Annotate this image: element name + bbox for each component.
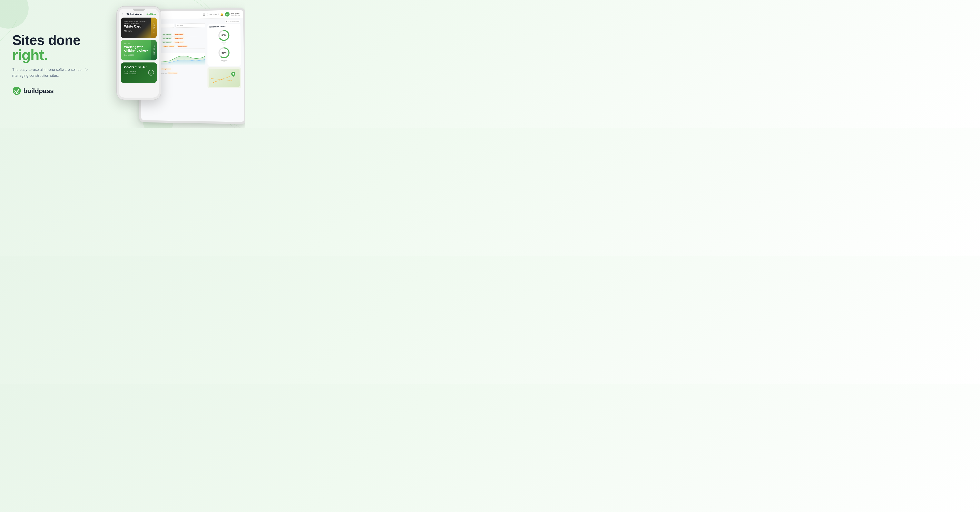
vacc-item-1: 85% Second Job 17/20 (209, 46, 239, 62)
user-avatar: DS (225, 12, 229, 16)
user-info: Dan Smith Smith Homes (231, 13, 240, 16)
vacc-circle-0: 90% (218, 29, 230, 41)
svg-point-8 (232, 73, 234, 75)
white-card-title: White Card (124, 24, 154, 29)
hero-content: Sites done right. The easy-to-use all-in… (12, 33, 98, 95)
logo-text: buildpass (23, 87, 54, 94)
logo-area: buildpass (12, 86, 98, 95)
phone-back-button[interactable]: ‹ (122, 12, 123, 16)
induction-badge-green-0: Site Induction (162, 33, 172, 35)
induction-badge-orange-3: Waiting Review (177, 45, 188, 48)
weather-badge: ☀ 25° Sunny/Cloudy (224, 20, 240, 23)
table-badge-1: Waiting Review (167, 72, 178, 74)
covid-check-icon: ✓ (148, 70, 154, 76)
induction-badge-yellow-3: Company Induction (162, 45, 175, 48)
phone-screen: ‹ Ticket Wallet Add New Construction Ind… (119, 9, 159, 98)
childrens-card-type: Employee (124, 43, 154, 45)
vacc-item-0: 90% First Job 18/20 (209, 29, 239, 45)
phone-cards-list: Construction IndustryInduction Card Whit… (119, 17, 159, 83)
dashboard-right-column: ☀ 25° Sunny/Cloudy Vaccination Status 9 (207, 20, 241, 120)
covid-card[interactable]: COVID First Jab 1000 1234 5678 Valid. 13… (121, 62, 157, 83)
white-card-state-text: VICTORIA (153, 23, 155, 33)
map-placeholder (208, 68, 240, 87)
user-initials: DS (226, 13, 229, 15)
phone-add-new[interactable]: Add New (146, 13, 156, 15)
vacc-sublabel-1: 17/20 (223, 61, 225, 62)
map-section (207, 67, 241, 88)
svg-text:85%: 85% (221, 51, 227, 54)
induction-badge-green-1: Site Induction (162, 37, 172, 40)
induction-badge-orange-1: Waiting Review (173, 37, 185, 39)
buildpass-logo-icon (12, 86, 21, 95)
svg-text:90%: 90% (221, 34, 226, 37)
vacc-circle-1: 85% (218, 46, 230, 59)
headline-line1: Sites done (12, 32, 80, 48)
logo-bold: pass (39, 87, 54, 94)
white-card-type: Construction IndustryInduction Card (124, 21, 154, 24)
white-card-state: VICTORIA (151, 17, 157, 38)
headline-line2: right. (12, 47, 48, 63)
headline: Sites done right. (12, 33, 98, 63)
vacc-sublabel-0: 18/20 (223, 43, 225, 45)
hamburger-icon[interactable]: ☰ (202, 13, 205, 16)
induction-badge-orange-2: Waiting Review (173, 41, 185, 43)
logo-regular: build (23, 87, 39, 94)
subtitle: The easy-to-use all-in-one software solu… (12, 67, 98, 79)
weather-area: ☀ 25° Sunny/Cloudy (207, 20, 240, 23)
induction-badge-green-2: Site Induction (162, 41, 172, 43)
white-card[interactable]: Construction IndustryInduction Card Whit… (121, 17, 157, 38)
childrens-check-card[interactable]: Employee Working with Childrens Check Ex… (121, 40, 157, 60)
take-tour-button[interactable]: Take a tour (207, 13, 219, 16)
svg-line-10 (211, 79, 232, 81)
induction-badge-orange-0: Waiting Review (173, 33, 185, 35)
childrens-card-state: VICTORIA (151, 40, 157, 60)
covid-card-title: COVID First Jab (124, 65, 154, 69)
vaccination-title: Vaccination Status (209, 25, 239, 28)
childrens-card-expiry: Exp. 12/2022 (124, 54, 154, 56)
notification-bell-icon[interactable]: 🔔 (220, 13, 223, 16)
decor-circle-topleft (0, 0, 29, 29)
phone-mockup: ‹ Ticket Wallet Add New Construction Ind… (116, 6, 161, 100)
table-badge-0: Waiting Review (161, 68, 171, 70)
white-card-number: 1234567 (124, 30, 154, 32)
phone-notch (133, 9, 145, 11)
vaccination-status-section: Vaccination Status 90% First Job (207, 24, 241, 66)
phone-wallet-title: Ticket Wallet (127, 13, 143, 16)
childrens-card-title: Working with Childrens Check (124, 45, 154, 52)
end-date-input[interactable] (176, 23, 205, 28)
user-company: Smith Homes (231, 14, 240, 16)
dashboard-nav-right: ☰ Take a tour 🔔 DS Dan Smith Smith Homes (202, 12, 240, 17)
childrens-card-state-text: VICTORIA (153, 45, 155, 55)
phone-outer-shell: ‹ Ticket Wallet Add New Construction Ind… (116, 6, 161, 100)
